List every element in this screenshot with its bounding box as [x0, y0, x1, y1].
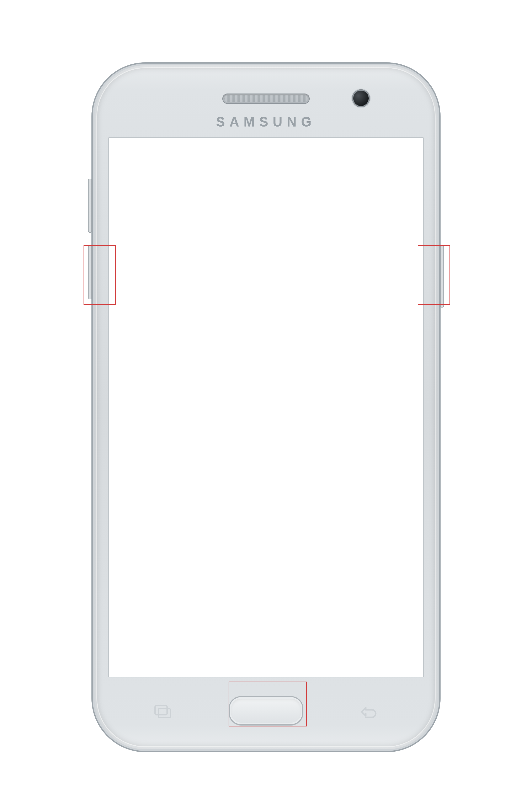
callout-power	[418, 245, 450, 305]
volume-up-button[interactable]	[88, 179, 92, 233]
back-softkey-icon[interactable]	[358, 705, 378, 719]
front-camera-icon	[352, 89, 370, 107]
callout-volume-down	[83, 245, 116, 305]
diagram-stage: SAMSUNG	[0, 0, 532, 789]
earpiece-speaker	[222, 94, 310, 104]
recents-softkey-icon[interactable]	[154, 705, 172, 719]
phone-frame: SAMSUNG	[92, 62, 440, 752]
svg-rect-1	[158, 709, 170, 718]
callout-home	[229, 681, 307, 727]
svg-rect-0	[155, 706, 167, 715]
brand-label: SAMSUNG	[92, 114, 440, 130]
phone-screen	[108, 137, 424, 677]
